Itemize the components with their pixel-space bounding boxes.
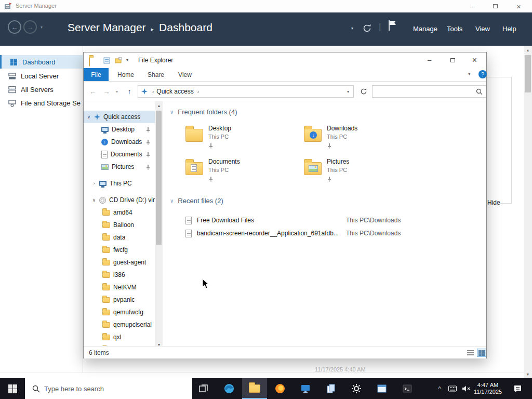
menu-manage[interactable]: Manage: [413, 25, 437, 33]
main-scrollbar[interactable]: ▲ ▼: [524, 46, 532, 378]
section-recent-files[interactable]: ∨ Recent files (2): [170, 197, 223, 205]
nav-item-folder[interactable]: i386: [84, 269, 155, 281]
explorer-close-button[interactable]: ×: [463, 52, 486, 68]
explorer-back-button[interactable]: ←: [87, 82, 99, 101]
scroll-up-icon[interactable]: ▲: [524, 46, 532, 54]
tab-share[interactable]: Share: [141, 68, 170, 81]
nav-item-folder[interactable]: qemupciserial: [84, 318, 155, 331]
minimize-button[interactable]: –: [460, 1, 484, 12]
back-button[interactable]: ←: [8, 20, 21, 34]
nav-item-folder[interactable]: qxl: [84, 331, 155, 343]
qat-caret[interactable]: ▾: [126, 58, 128, 62]
tab-home[interactable]: Home: [111, 68, 140, 81]
help-button[interactable]: ?: [478, 70, 487, 78]
tab-view[interactable]: View: [170, 68, 200, 81]
recent-file-row[interactable]: Free Download Files This PC\Downloads: [185, 214, 486, 227]
header-caret[interactable]: ▾: [351, 26, 353, 31]
nav-item-folder[interactable]: qemufwcfg: [84, 306, 155, 318]
nav-scrollbar[interactable]: ▲ ▼: [155, 101, 163, 349]
sidebar-item-local-server[interactable]: Local Server: [0, 69, 83, 83]
nav-item-folder[interactable]: guest-agent: [84, 256, 155, 269]
view-large-icons-button[interactable]: [477, 349, 486, 357]
search-input[interactable]: [376, 88, 474, 95]
sidebar-item-all-servers[interactable]: All Servers: [0, 83, 83, 96]
breadcrumb-app[interactable]: Server Manager: [68, 21, 146, 34]
tray-expand-button[interactable]: ^: [433, 378, 446, 399]
nav-item-desktop[interactable]: Desktop: [84, 123, 155, 136]
taskbar-search[interactable]: [25, 378, 192, 399]
explorer-maximize-button[interactable]: [441, 52, 464, 68]
menu-view[interactable]: View: [475, 25, 490, 33]
task-view-button[interactable]: [191, 378, 216, 399]
taskbar-explorer-button[interactable]: [242, 378, 267, 399]
explorer-minimize-button[interactable]: –: [418, 52, 441, 68]
expander-icon[interactable]: ∨: [91, 197, 97, 203]
notification-flag-button[interactable]: [388, 20, 397, 33]
tile-pictures[interactable]: Pictures This PC: [304, 157, 414, 187]
nav-item-this-pc[interactable]: › This PC: [84, 177, 155, 190]
taskbar-search-input[interactable]: [44, 385, 169, 393]
sidebar-item-dashboard[interactable]: Dashboard: [0, 55, 83, 69]
taskbar-settings-button[interactable]: [344, 378, 369, 399]
address-crumb[interactable]: Quick access: [156, 88, 193, 95]
refresh-button[interactable]: [362, 23, 372, 35]
taskbar-edge-button[interactable]: [217, 378, 242, 399]
crumb-chevron-icon[interactable]: ›: [197, 89, 199, 95]
nav-history-caret[interactable]: ▾: [41, 25, 43, 30]
scroll-down-icon[interactable]: ▼: [524, 370, 532, 378]
address-caret[interactable]: ▾: [347, 89, 349, 94]
tile-downloads[interactable]: ↓ Downloads This PC: [304, 124, 414, 153]
tray-volume-button[interactable]: [459, 378, 473, 399]
scrollbar-thumb[interactable]: [525, 55, 531, 92]
menu-tools[interactable]: Tools: [447, 25, 462, 33]
nav-item-quick-access[interactable]: ∨ Quick access: [84, 111, 155, 123]
tray-keyboard-button[interactable]: [446, 378, 459, 399]
nav-item-folder[interactable]: fwcfg: [84, 244, 155, 256]
start-button[interactable]: [0, 378, 25, 399]
hide-link[interactable]: Hide: [487, 199, 500, 206]
nav-item-folder[interactable]: pvpanic: [84, 294, 155, 306]
tile-desktop[interactable]: Desktop This PC: [185, 124, 296, 153]
nav-scrollbar-thumb[interactable]: [156, 111, 162, 245]
up-button[interactable]: ↑: [123, 82, 136, 101]
nav-item-pictures[interactable]: Pictures: [84, 161, 155, 173]
nav-item-folder[interactable]: amd64: [84, 206, 155, 219]
desktop-icon: [101, 127, 109, 132]
folder-icon: [89, 57, 90, 66]
nav-item-documents[interactable]: Documents: [84, 148, 155, 161]
forward-button[interactable]: →: [23, 20, 37, 34]
tile-documents[interactable]: Documents This PC: [185, 157, 296, 187]
sidebar-item-file-storage[interactable]: File and Storage Se: [0, 96, 83, 110]
taskbar-terminal-button[interactable]: [395, 378, 420, 399]
view-details-button[interactable]: [466, 349, 475, 357]
expander-icon[interactable]: ›: [91, 181, 97, 186]
nav-item-cd-drive[interactable]: ∨ CD Drive (D:) virtio: [84, 194, 155, 206]
qat-properties-icon[interactable]: [103, 57, 110, 66]
search-box[interactable]: [372, 85, 486, 98]
taskbar-clock[interactable]: 4:47 AM 11/17/2025: [472, 382, 504, 395]
expander-icon[interactable]: ∨: [86, 114, 92, 119]
recent-locations-caret[interactable]: ▾: [113, 82, 121, 101]
explorer-forward-button[interactable]: →: [100, 82, 113, 101]
address-bar[interactable]: › Quick access › ▾: [138, 85, 354, 98]
close-button[interactable]: ×: [507, 1, 530, 12]
taskbar-window-app-button[interactable]: [369, 378, 394, 399]
taskbar-monitor-app-button[interactable]: [293, 378, 318, 399]
nav-item-downloads[interactable]: ↓ Downloads: [84, 136, 155, 148]
maximize-button[interactable]: [484, 1, 507, 12]
taskbar-firefox-button[interactable]: [268, 378, 292, 399]
nav-item-folder[interactable]: NetKVM: [84, 281, 155, 294]
menu-help[interactable]: Help: [502, 25, 516, 33]
sidebar-item-label: File and Storage Se: [21, 99, 81, 107]
qat-new-folder-icon[interactable]: [115, 57, 122, 66]
explorer-refresh-button[interactable]: [357, 82, 370, 101]
action-center-button[interactable]: [507, 378, 528, 399]
section-frequent-folders[interactable]: ∨ Frequent folders (4): [170, 108, 237, 116]
tab-file[interactable]: File: [84, 68, 109, 81]
recent-file-row[interactable]: bandicam-screen-recorder__Application_69…: [185, 227, 486, 240]
nav-item-folder[interactable]: Balloon: [84, 219, 155, 231]
nav-item-folder[interactable]: data: [84, 231, 155, 244]
ribbon-expand-caret[interactable]: ▾: [468, 71, 471, 76]
scroll-up-icon[interactable]: ▲: [155, 101, 163, 110]
taskbar-documents-app-button[interactable]: [318, 378, 343, 399]
